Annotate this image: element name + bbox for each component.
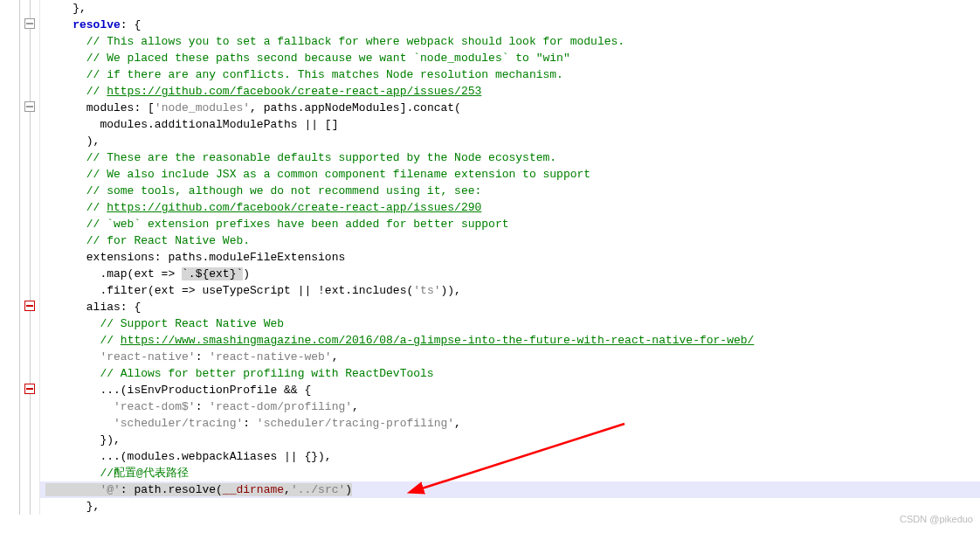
code-line: extensions: paths.moduleFileExtensions [45,249,980,266]
code-line: modules: ['node_modules', paths.appNodeM… [45,100,980,116]
code-line: // `web` extension prefixes have been ad… [45,216,980,232]
code-line: }), [45,432,980,448]
code-line: // https://github.com/facebook/create-re… [45,83,980,100]
fold-icon[interactable] [24,18,35,29]
code-line: // Support React Native Web [45,315,980,332]
code-line: // Allows for better profiling with Reac… [45,365,980,382]
code-line: }, [45,0,980,17]
code-line: // https://www.smashingmagazine.com/2016… [45,332,980,349]
watermark: CSDN @pikeduo [900,511,973,515]
code-line: 'scheduler/tracing': 'scheduler/tracing-… [45,415,980,432]
code-area[interactable]: }, resolve: { // This allows you to set … [40,0,980,515]
code-line: // some tools, although we do not recomm… [45,183,980,199]
code-line: alias: { [45,299,980,315]
code-line: // for React Native Web. [45,232,980,249]
code-line: .filter(ext => useTypeScript || !ext.inc… [45,282,980,299]
code-line: }, [45,498,980,515]
fold-icon[interactable] [24,384,35,394]
code-line: ...(modules.webpackAliases || {}), [45,448,980,465]
code-line: // We also include JSX as a common compo… [45,166,980,183]
code-line-highlighted: '@': path.resolve(__dirname,'../src') [40,481,980,498]
code-line: // These are the reasonable defaults sup… [45,149,980,166]
code-editor: }, resolve: { // This allows you to set … [0,0,980,515]
fold-icon[interactable] [24,101,35,112]
code-line: // This allows you to set a fallback for… [45,33,980,50]
code-line: // if there are any conflicts. This matc… [45,66,980,83]
code-line: ), [45,133,980,149]
fold-gutter [0,0,40,515]
code-line: 'react-native': 'react-native-web', [45,349,980,365]
code-line: ...(isEnvProductionProfile && { [45,382,980,398]
code-line: //配置@代表路径 [45,465,980,481]
code-line: .map(ext => `.${ext}`) [45,266,980,282]
code-line: modules.additionalModulePaths || [] [45,116,980,133]
code-line: 'react-dom$': 'react-dom/profiling', [45,398,980,415]
code-line: // We placed these paths second because … [45,50,980,66]
fold-icon[interactable] [24,301,35,311]
code-line: // https://github.com/facebook/create-re… [45,199,980,216]
code-line: resolve: { [45,17,980,33]
